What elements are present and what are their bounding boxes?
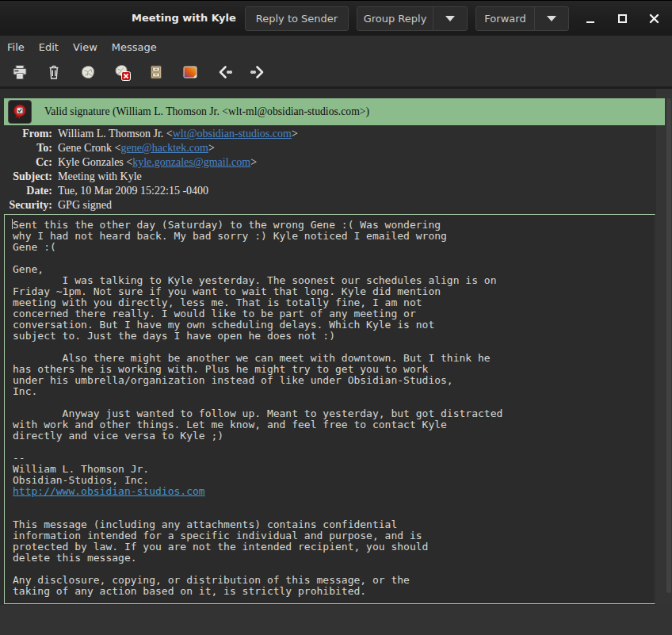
toolbar	[0, 58, 672, 86]
forward-button[interactable]: Forward	[475, 6, 569, 31]
close-icon	[649, 13, 659, 24]
message-text: Sent this the other day (Saturday) to th…	[13, 220, 655, 597]
header-row-subject: Subject:Meeting with Kyle	[0, 170, 298, 184]
email-address-link[interactable]: gene@hacktek.com	[120, 142, 208, 154]
color-label-icon[interactable]	[181, 63, 199, 81]
body-url-link[interactable]: http://www.obsidian-studios.com	[13, 485, 205, 497]
header-label: Subject:	[0, 170, 52, 183]
text-caret	[12, 219, 13, 229]
group-reply-dropdown-button[interactable]	[433, 7, 467, 30]
signature-banner: Valid signature (William L. Thomson Jr. …	[4, 98, 665, 125]
group-reply-label: Group Reply	[357, 7, 433, 30]
vertical-scrollbar-thumb[interactable]	[666, 98, 671, 593]
close-button[interactable]	[640, 1, 668, 36]
header-label: To:	[0, 142, 52, 155]
signature-banner-text: Valid signature (William L. Thomson Jr. …	[44, 105, 369, 118]
not-junk-icon[interactable]	[113, 63, 131, 81]
header-value: Gene Cronk <gene@hacktek.com>	[58, 142, 215, 155]
chevron-down-icon	[445, 16, 455, 21]
header-row-to: To:Gene Cronk <gene@hacktek.com>	[0, 141, 298, 155]
trash-icon[interactable]	[45, 63, 63, 81]
header-label: Cc:	[0, 156, 52, 169]
header-row-date: Date:Tue, 10 Mar 2009 15:22:15 -0400	[0, 184, 298, 198]
header-value: William L. Thomson Jr. <wlt@obsidian-stu…	[58, 128, 298, 140]
reply-to-sender-label: Reply to Sender	[246, 7, 348, 30]
header-row-from: From:William L. Thomson Jr. <wlt@obsidia…	[0, 127, 298, 141]
header-row-cc: Cc:Kyle Gonzales <kyle.gonzales@gmail.co…	[0, 155, 298, 170]
minimize-button[interactable]	[576, 1, 605, 36]
notes-icon[interactable]	[147, 63, 165, 81]
menu-file[interactable]: File	[0, 36, 32, 58]
forward-dropdown-button[interactable]	[534, 7, 568, 30]
junk-icon[interactable]	[79, 63, 97, 81]
window-title: Meeting with Kyle	[132, 12, 236, 24]
gpg-seal-icon[interactable]	[8, 100, 32, 124]
next-message-icon[interactable]	[250, 63, 267, 81]
header-value: Kyle Gonzales <kyle.gonzales@gmail.com>	[58, 156, 257, 169]
menu-view[interactable]: View	[66, 36, 105, 58]
group-reply-button[interactable]: Group Reply	[357, 6, 468, 31]
header-label: Date:	[0, 185, 52, 197]
menu-message[interactable]: Message	[105, 36, 164, 58]
header-value: Tue, 10 Mar 2009 15:22:15 -0400	[58, 185, 208, 197]
header-label: From:	[0, 128, 52, 140]
message-view-footer	[0, 605, 672, 635]
message-view: Valid signature (William L. Thomson Jr. …	[0, 89, 672, 635]
forward-label: Forward	[476, 7, 534, 30]
titlebar: Meeting with Kyle Reply to Sender Group …	[0, 0, 672, 36]
reply-to-sender-button[interactable]: Reply to Sender	[245, 6, 349, 31]
prev-message-icon[interactable]	[216, 63, 233, 81]
minimize-icon	[586, 21, 594, 23]
header-value: Meeting with Kyle	[58, 170, 142, 183]
message-body[interactable]: Sent this the other day (Saturday) to th…	[4, 214, 655, 604]
header-label: Security:	[0, 199, 52, 212]
email-address-link[interactable]: kyle.gonzales@gmail.com	[132, 156, 250, 168]
email-address-link[interactable]: wlt@obsidian-studios.com	[173, 128, 292, 140]
header-value: GPG signed	[58, 199, 112, 212]
menu-edit[interactable]: Edit	[32, 36, 66, 58]
message-headers: From:William L. Thomson Jr. <wlt@obsidia…	[0, 127, 298, 212]
print-icon[interactable]	[11, 63, 29, 81]
maximize-button[interactable]	[608, 1, 636, 36]
header-row-security: Security:GPG signed	[0, 198, 298, 212]
menubar: FileEditViewMessage	[0, 36, 672, 58]
maximize-icon	[618, 14, 627, 23]
chevron-down-icon	[547, 16, 556, 21]
